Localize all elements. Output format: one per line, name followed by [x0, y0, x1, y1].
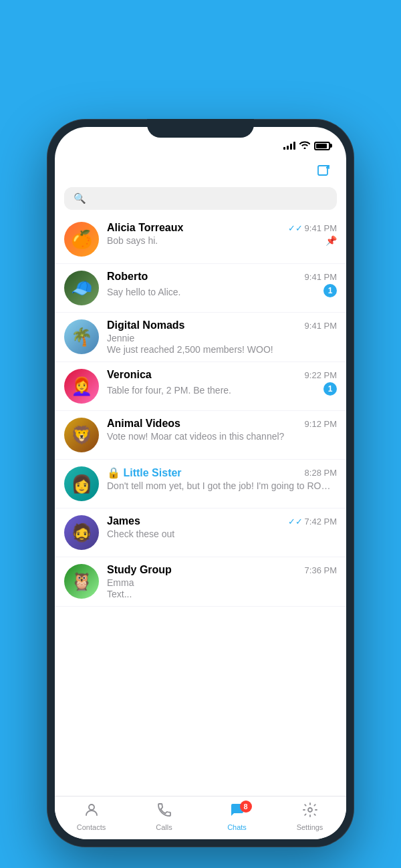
chat-header-veronica: Veronica9:22 PM: [107, 369, 337, 381]
phone-screen: 🔍 🍊Alicia Torreaux✓✓9:41 PMBob says hi.📌…: [55, 127, 346, 839]
tab-label-contacts: Contacts: [77, 823, 106, 831]
phone-mockup: 🔍 🍊Alicia Torreaux✓✓9:41 PMBob says hi.📌…: [47, 119, 354, 847]
chat-time-alicia: ✓✓9:41 PM: [288, 223, 337, 233]
phone-notch: [147, 119, 254, 138]
chat-header-animal: Animal Videos9:12 PM: [107, 418, 337, 430]
chat-preview-study: Text...: [107, 589, 337, 599]
avatar-alicia: 🍊: [64, 222, 99, 257]
chat-content-sister: 🔒 Little Sister8:28 PMDon't tell mom yet…: [107, 466, 337, 491]
chat-name-study: Study Group: [107, 564, 172, 576]
chat-preview-veronica: Table for four, 2 PM. Be there.: [107, 385, 319, 396]
chat-meta-animal: Vote now! Moar cat videos in this channe…: [107, 431, 337, 442]
battery-icon: [314, 142, 330, 150]
chat-item-james[interactable]: 🧔James✓✓7:42 PMCheck these out: [55, 509, 346, 557]
chat-badge-veronica: 1: [323, 382, 337, 396]
search-icon: 🔍: [74, 192, 86, 204]
chat-time-veronica: 9:22 PM: [305, 370, 337, 380]
chat-time-roberto: 9:41 PM: [305, 272, 337, 282]
compose-icon: [316, 164, 331, 178]
compose-button[interactable]: [315, 163, 331, 179]
tab-label-settings: Settings: [297, 823, 323, 831]
chat-content-animal: Animal Videos9:12 PMVote now! Moar cat v…: [107, 418, 337, 442]
chat-preview-animal: Vote now! Moar cat videos in this channe…: [107, 431, 337, 442]
chat-name-animal: Animal Videos: [107, 418, 180, 430]
chat-content-roberto: Roberto9:41 PMSay hello to Alice.1: [107, 271, 337, 297]
chat-content-alicia: Alicia Torreaux✓✓9:41 PMBob says hi.📌: [107, 222, 337, 246]
chat-item-veronica[interactable]: 👩‍🦰Veronica9:22 PMTable for four, 2 PM. …: [55, 362, 346, 411]
chat-meta-sister: Don't tell mom yet, but I got the job! I…: [107, 480, 337, 491]
chat-badge-roberto: 1: [323, 284, 337, 297]
tab-icon-settings: [302, 802, 318, 822]
chat-header-digital: Digital Nomads9:41 PM: [107, 319, 337, 331]
chat-preview-alicia: Bob says hi.: [107, 235, 321, 246]
wifi-icon: [299, 141, 310, 151]
avatar-roberto: 🧢: [64, 271, 99, 305]
pin-icon-alicia: 📌: [325, 235, 337, 246]
tab-label-calls: Calls: [156, 823, 172, 831]
chat-name-veronica: Veronica: [107, 369, 152, 381]
tab-icon-contacts: [84, 802, 100, 822]
chat-meta-veronica: Table for four, 2 PM. Be there.1: [107, 382, 337, 396]
chat-name-alicia: Alicia Torreaux: [107, 222, 183, 234]
chat-content-digital: Digital Nomads9:41 PMJennieWe just reach…: [107, 319, 337, 355]
search-bar-wrapper: 🔍: [55, 184, 346, 215]
chat-item-sister[interactable]: 👩🔒 Little Sister8:28 PMDon't tell mom ye…: [55, 460, 346, 509]
chat-item-study[interactable]: 🦉Study Group7:36 PMEmmaText...: [55, 557, 346, 607]
avatar-study: 🦉: [64, 564, 99, 599]
chat-time-digital: 9:41 PM: [305, 321, 337, 331]
status-icons: [283, 141, 330, 151]
chat-preview-sister: Don't tell mom yet, but I got the job! I…: [107, 480, 337, 491]
chat-time-james: ✓✓7:42 PM: [288, 517, 337, 527]
svg-point-2: [308, 808, 312, 812]
chat-content-veronica: Veronica9:22 PMTable for four, 2 PM. Be …: [107, 369, 337, 396]
chat-item-roberto[interactable]: 🧢Roberto9:41 PMSay hello to Alice.1: [55, 264, 346, 313]
chat-time-sister: 8:28 PM: [305, 468, 337, 478]
tab-bar: ContactsCalls8ChatsSettings: [55, 796, 346, 839]
chat-meta-study: Text...: [107, 589, 337, 599]
chat-preview-digital: We just reached 2,500 members! WOO!: [107, 344, 337, 355]
chat-list: 🍊Alicia Torreaux✓✓9:41 PMBob says hi.📌🧢R…: [55, 215, 346, 796]
chat-name-roberto: Roberto: [107, 271, 148, 283]
search-bar[interactable]: 🔍: [64, 187, 337, 210]
chat-sender-study: Emma: [107, 577, 337, 588]
avatar-animal: 🦁: [64, 418, 99, 452]
avatar-sister: 👩: [64, 466, 99, 501]
chat-meta-digital: We just reached 2,500 members! WOO!: [107, 344, 337, 355]
chat-meta-alicia: Bob says hi.📌: [107, 235, 337, 246]
chat-name-james: James: [107, 515, 140, 527]
tab-badge-chats: 8: [240, 801, 252, 813]
avatar-digital: 🌴: [64, 319, 99, 354]
svg-point-1: [89, 805, 94, 810]
chat-meta-james: Check these out: [107, 529, 337, 539]
chat-sender-digital: Jennie: [107, 333, 337, 343]
chat-header-alicia: Alicia Torreaux✓✓9:41 PM: [107, 222, 337, 234]
chat-content-james: James✓✓7:42 PMCheck these out: [107, 515, 337, 539]
chat-item-digital[interactable]: 🌴Digital Nomads9:41 PMJennieWe just reac…: [55, 313, 346, 362]
chat-preview-roberto: Say hello to Alice.: [107, 287, 319, 297]
chat-content-study: Study Group7:36 PMEmmaText...: [107, 564, 337, 599]
tab-label-chats: Chats: [227, 823, 247, 831]
chat-item-animal[interactable]: 🦁Animal Videos9:12 PMVote now! Moar cat …: [55, 411, 346, 460]
chat-header-james: James✓✓7:42 PM: [107, 515, 337, 527]
chat-header-study: Study Group7:36 PM: [107, 564, 337, 576]
tab-contacts[interactable]: Contacts: [55, 802, 128, 831]
tab-icon-calls: [156, 802, 172, 822]
phone-frame: 🔍 🍊Alicia Torreaux✓✓9:41 PMBob says hi.📌…: [47, 119, 354, 847]
chat-header-roberto: Roberto9:41 PM: [107, 271, 337, 283]
chat-preview-james: Check these out: [107, 529, 337, 539]
chat-name-sister: 🔒 Little Sister: [107, 466, 182, 479]
avatar-veronica: 👩‍🦰: [64, 369, 99, 404]
chat-item-alicia[interactable]: 🍊Alicia Torreaux✓✓9:41 PMBob says hi.📌: [55, 215, 346, 264]
chat-meta-roberto: Say hello to Alice.1: [107, 284, 337, 297]
tab-calls[interactable]: Calls: [128, 802, 200, 831]
hero-section: [0, 0, 401, 45]
tab-chats[interactable]: 8Chats: [200, 802, 273, 831]
chat-name-digital: Digital Nomads: [107, 319, 184, 331]
chat-time-animal: 9:12 PM: [305, 419, 337, 429]
svg-rect-0: [318, 166, 327, 175]
chat-header-sister: 🔒 Little Sister8:28 PM: [107, 466, 337, 479]
tab-settings[interactable]: Settings: [273, 802, 346, 831]
chat-time-study: 7:36 PM: [305, 565, 337, 575]
signal-icon: [283, 142, 295, 150]
navigation-bar: [55, 159, 346, 184]
